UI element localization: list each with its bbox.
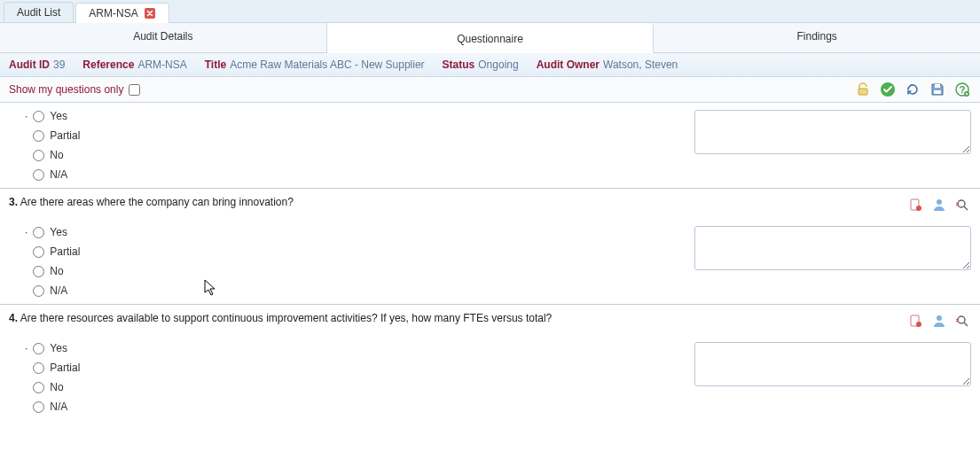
radio-partial[interactable]	[33, 362, 44, 374]
svg-point-9	[916, 206, 921, 211]
svg-rect-1	[858, 89, 867, 95]
subtab-questionnaire[interactable]: Questionnaire	[327, 24, 655, 53]
info-reference: ReferenceARM-NSA	[82, 58, 186, 71]
comment-textarea[interactable]	[694, 342, 971, 386]
person-icon[interactable]	[930, 312, 948, 330]
info-owner: Audit OwnerWatson, Steven	[537, 58, 678, 71]
svg-rect-13	[956, 205, 959, 206]
answer-partial[interactable]: Partial	[33, 362, 80, 374]
toolbar: Show my questions only ?	[0, 77, 980, 103]
lock-icon[interactable]	[854, 81, 872, 98]
bullet-icon: ·	[25, 226, 27, 297]
info-status: StatusOngoing	[443, 58, 519, 71]
tab-arm-nsa[interactable]: ARM-NSA	[75, 3, 169, 23]
radio-na[interactable]	[33, 285, 44, 297]
answer-yes[interactable]: Yes	[33, 342, 80, 354]
radio-yes[interactable]	[33, 343, 44, 354]
answer-na[interactable]: N/A	[33, 168, 80, 181]
subtab-findings[interactable]: Findings	[654, 23, 980, 52]
tab-audit-list[interactable]: Audit List	[4, 2, 74, 22]
help-icon[interactable]: ?	[953, 81, 971, 98]
refresh-icon[interactable]	[904, 81, 921, 98]
svg-point-11	[958, 200, 965, 207]
search-icon[interactable]	[953, 196, 971, 214]
answer-no[interactable]: No	[33, 149, 80, 161]
radio-no[interactable]	[33, 382, 44, 393]
tab-arm-nsa-label: ARM-NSA	[89, 7, 137, 19]
info-audit-id: Audit ID39	[9, 58, 65, 71]
subtabs: Audit Details Questionnaire Findings	[0, 23, 980, 53]
answer-no[interactable]: No	[33, 381, 80, 393]
radio-partial[interactable]	[33, 130, 44, 142]
radio-no[interactable]	[33, 150, 44, 161]
answer-no[interactable]: No	[33, 265, 80, 277]
info-title: TitleAcme Raw Materials ABC - New Suppli…	[205, 58, 425, 71]
top-tabs: Audit List ARM-NSA	[0, 0, 980, 23]
close-tab-icon[interactable]	[144, 7, 156, 19]
person-icon[interactable]	[930, 196, 948, 214]
svg-point-16	[937, 315, 942, 321]
answer-yes[interactable]: Yes	[33, 110, 80, 122]
search-icon[interactable]	[953, 312, 971, 330]
radio-partial[interactable]	[33, 246, 44, 258]
question-block-4: 4. Are there resources available to supp…	[0, 304, 980, 420]
bullet-icon: ·	[25, 342, 27, 413]
answer-na[interactable]: N/A	[33, 284, 80, 297]
show-my-questions-checkbox[interactable]	[129, 84, 140, 96]
svg-point-15	[916, 322, 921, 327]
comment-textarea[interactable]	[694, 110, 971, 154]
question-4-text: 4. Are there resources available to supp…	[9, 312, 552, 324]
question-block-3: 3. Are there areas where the company can…	[0, 188, 980, 304]
radio-na[interactable]	[33, 169, 44, 181]
info-bar: Audit ID39 ReferenceARM-NSA TitleAcme Ra…	[0, 53, 980, 77]
radio-no[interactable]	[33, 266, 44, 277]
answer-partial[interactable]: Partial	[33, 129, 80, 142]
radio-yes[interactable]	[33, 227, 44, 238]
question-block-partial: · Yes Partial No N/A	[0, 103, 980, 188]
radio-na[interactable]	[33, 401, 44, 413]
answer-yes[interactable]: Yes	[33, 226, 80, 238]
answer-na[interactable]: N/A	[33, 400, 80, 413]
show-my-questions-label: Show my questions only	[9, 83, 123, 96]
svg-point-17	[958, 316, 965, 323]
svg-rect-4	[934, 90, 941, 94]
svg-rect-3	[935, 84, 940, 88]
tab-audit-list-label: Audit List	[17, 6, 60, 19]
svg-rect-18	[956, 319, 959, 320]
answer-partial[interactable]: Partial	[33, 245, 80, 258]
question-3-text: 3. Are there areas where the company can…	[9, 196, 294, 208]
ok-icon[interactable]	[879, 81, 897, 98]
attach-icon[interactable]	[907, 312, 925, 330]
save-icon[interactable]	[929, 81, 946, 98]
svg-point-10	[937, 199, 942, 205]
svg-rect-12	[956, 203, 959, 204]
svg-rect-19	[956, 321, 959, 322]
attach-icon[interactable]	[907, 196, 925, 214]
comment-textarea[interactable]	[694, 226, 971, 270]
subtab-details[interactable]: Audit Details	[0, 23, 327, 52]
radio-yes[interactable]	[33, 111, 44, 122]
bullet-icon: ·	[25, 110, 27, 181]
